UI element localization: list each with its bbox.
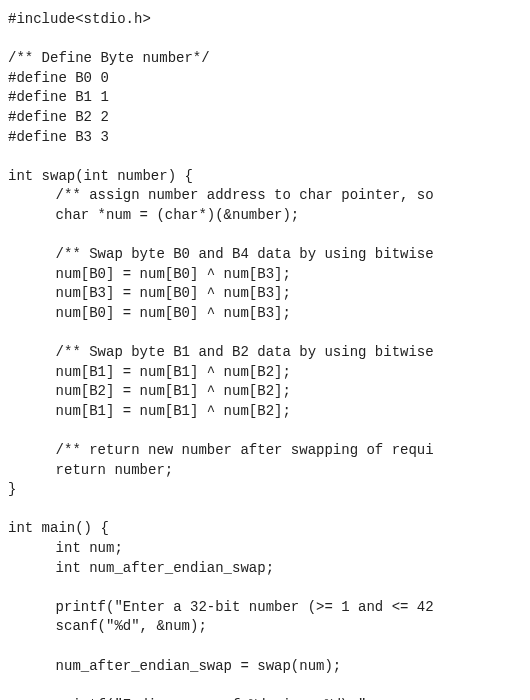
- code-line: /** assign number address to char pointe…: [8, 186, 522, 206]
- code-line: [8, 324, 522, 344]
- code-line: printf("Endian swap of %d gives %d\n", n…: [8, 696, 522, 700]
- code-line: [8, 226, 522, 246]
- code-line: printf("Enter a 32-bit number (>= 1 and …: [8, 598, 522, 618]
- code-line: num_after_endian_swap = swap(num);: [8, 657, 522, 677]
- code-line: #define B1 1: [8, 88, 522, 108]
- code-line: #define B0 0: [8, 69, 522, 89]
- code-line: [8, 676, 522, 696]
- code-line: #include<stdio.h>: [8, 10, 522, 30]
- code-line: [8, 637, 522, 657]
- code-line: #define B3 3: [8, 128, 522, 148]
- code-line: num[B2] = num[B1] ^ num[B2];: [8, 382, 522, 402]
- code-block: #include<stdio.h> /** Define Byte number…: [8, 10, 522, 700]
- code-line: return number;: [8, 461, 522, 481]
- code-line: int num_after_endian_swap;: [8, 559, 522, 579]
- code-line: [8, 578, 522, 598]
- code-line: [8, 147, 522, 167]
- code-line: num[B1] = num[B1] ^ num[B2];: [8, 402, 522, 422]
- code-line: [8, 30, 522, 50]
- code-line: [8, 500, 522, 520]
- code-line: /** Swap byte B0 and B4 data by using bi…: [8, 245, 522, 265]
- code-line: num[B0] = num[B0] ^ num[B3];: [8, 265, 522, 285]
- code-line: [8, 421, 522, 441]
- code-line: num[B1] = num[B1] ^ num[B2];: [8, 363, 522, 383]
- code-line: /** Swap byte B1 and B2 data by using bi…: [8, 343, 522, 363]
- code-line: num[B3] = num[B0] ^ num[B3];: [8, 284, 522, 304]
- code-line: num[B0] = num[B0] ^ num[B3];: [8, 304, 522, 324]
- code-line: char *num = (char*)(&number);: [8, 206, 522, 226]
- code-line: scanf("%d", &num);: [8, 617, 522, 637]
- code-line: int num;: [8, 539, 522, 559]
- code-line: }: [8, 480, 522, 500]
- code-line: /** Define Byte number*/: [8, 49, 522, 69]
- code-line: int swap(int number) {: [8, 167, 522, 187]
- code-line: /** return new number after swapping of …: [8, 441, 522, 461]
- code-line: int main() {: [8, 519, 522, 539]
- code-line: #define B2 2: [8, 108, 522, 128]
